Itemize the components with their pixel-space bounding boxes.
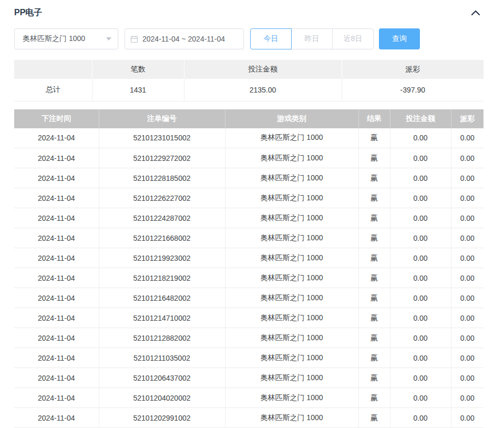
payout-cell: 0.00 bbox=[451, 188, 484, 208]
result-cell: 赢 bbox=[358, 248, 390, 268]
payout-cell: 0.00 bbox=[451, 348, 484, 368]
game-type-cell: 奥林匹斯之门 1000 bbox=[225, 168, 358, 188]
table-row: 2024-11-0452101224287002奥林匹斯之门 1000赢0.00… bbox=[14, 208, 484, 228]
quick-range-group: 今日 昨日 近8日 bbox=[250, 28, 374, 49]
summary-header-blank bbox=[14, 60, 92, 79]
game-type-cell: 奥林匹斯之门 1000 bbox=[225, 288, 358, 308]
bet-time-cell: 2024-11-04 bbox=[14, 328, 99, 348]
table-row: 2024-11-0452101202991002奥林匹斯之门 1000赢0.00… bbox=[14, 408, 484, 428]
search-button[interactable]: 查询 bbox=[379, 28, 420, 49]
bet-amount-cell: 0.00 bbox=[390, 128, 451, 148]
today-button[interactable]: 今日 bbox=[250, 28, 292, 49]
date-range-picker[interactable]: 2024-11-04 ~ 2024-11-04 bbox=[125, 28, 244, 49]
last-8-days-button[interactable]: 近8日 bbox=[332, 28, 374, 49]
filter-bar: 奥林匹斯之门 1000 2024-11-04 ~ 2024-11-04 今日 昨… bbox=[14, 28, 484, 49]
result-cell: 赢 bbox=[358, 148, 390, 168]
game-type-cell: 奥林匹斯之门 1000 bbox=[225, 308, 358, 328]
bet-time-cell: 2024-11-04 bbox=[14, 268, 99, 288]
yesterday-button[interactable]: 昨日 bbox=[291, 28, 333, 49]
payout-cell: 0.00 bbox=[451, 208, 484, 228]
table-row: 2024-11-0452101214710002奥林匹斯之门 1000赢0.00… bbox=[14, 308, 484, 328]
payout-cell: 0.00 bbox=[451, 408, 484, 428]
result-cell: 赢 bbox=[358, 168, 390, 188]
result-cell: 赢 bbox=[358, 188, 390, 208]
bet-amount-cell: 0.00 bbox=[390, 248, 451, 268]
collapse-panel-button[interactable] bbox=[470, 7, 481, 18]
game-type-cell: 奥林匹斯之门 1000 bbox=[225, 228, 358, 248]
records-header-game-type: 游戏类别 bbox=[225, 109, 358, 128]
order-id-cell: 52101219923002 bbox=[99, 248, 225, 268]
order-id-cell: 52101229272002 bbox=[99, 148, 225, 168]
order-id-cell: 52101211035002 bbox=[99, 348, 225, 368]
bet-amount-cell: 0.00 bbox=[390, 348, 451, 368]
result-cell: 赢 bbox=[358, 288, 390, 308]
records-header-bet-amount: 投注金额 bbox=[390, 109, 451, 128]
order-id-cell: 52101206437002 bbox=[99, 368, 225, 388]
chevron-up-icon bbox=[471, 9, 480, 16]
summary-header-row: 笔数 投注金额 派彩 bbox=[14, 60, 484, 79]
bet-time-cell: 2024-11-04 bbox=[14, 348, 99, 368]
bet-time-cell: 2024-11-04 bbox=[14, 208, 99, 228]
bet-time-cell: 2024-11-04 bbox=[14, 148, 99, 168]
bet-amount-cell: 0.00 bbox=[390, 408, 451, 428]
pp-electronics-panel: PP电子 奥林匹斯之门 1000 2024-11-04 ~ bbox=[0, 0, 504, 428]
payout-cell: 0.00 bbox=[451, 328, 484, 348]
bet-amount-cell: 0.00 bbox=[390, 188, 451, 208]
calendar-icon bbox=[130, 35, 142, 43]
summary-header-count: 笔数 bbox=[92, 60, 184, 79]
bet-amount-cell: 0.00 bbox=[390, 388, 451, 408]
bet-amount-cell: 0.00 bbox=[390, 308, 451, 328]
game-type-cell: 奥林匹斯之门 1000 bbox=[225, 268, 358, 288]
payout-cell: 0.00 bbox=[451, 148, 484, 168]
payout-cell: 0.00 bbox=[451, 368, 484, 388]
game-type-cell: 奥林匹斯之门 1000 bbox=[225, 348, 358, 368]
table-row: 2024-11-0452101206437002奥林匹斯之门 1000赢0.00… bbox=[14, 368, 484, 388]
result-cell: 赢 bbox=[358, 308, 390, 328]
bet-time-cell: 2024-11-04 bbox=[14, 308, 99, 328]
summary-total-payout: -397.90 bbox=[342, 79, 484, 101]
result-cell: 赢 bbox=[358, 328, 390, 348]
table-row: 2024-11-0452101231015002奥林匹斯之门 1000赢0.00… bbox=[14, 128, 484, 148]
game-type-cell: 奥林匹斯之门 1000 bbox=[225, 248, 358, 268]
result-cell: 赢 bbox=[358, 408, 390, 428]
order-id-cell: 52101221668002 bbox=[99, 228, 225, 248]
summary-table: 笔数 投注金额 派彩 总计 1431 2135.00 -397.90 bbox=[14, 60, 484, 101]
payout-cell: 0.00 bbox=[451, 248, 484, 268]
bet-time-cell: 2024-11-04 bbox=[14, 368, 99, 388]
game-type-cell: 奥林匹斯之门 1000 bbox=[225, 188, 358, 208]
date-range-value: 2024-11-04 ~ 2024-11-04 bbox=[142, 35, 225, 43]
table-row: 2024-11-0452101211035002奥林匹斯之门 1000赢0.00… bbox=[14, 348, 484, 368]
game-type-cell: 奥林匹斯之门 1000 bbox=[225, 408, 358, 428]
game-select[interactable]: 奥林匹斯之门 1000 bbox=[14, 28, 118, 49]
game-type-cell: 奥林匹斯之门 1000 bbox=[225, 328, 358, 348]
table-row: 2024-11-0452101226227002奥林匹斯之门 1000赢0.00… bbox=[14, 188, 484, 208]
panel-header: PP电子 bbox=[14, 6, 484, 19]
bet-time-cell: 2024-11-04 bbox=[14, 168, 99, 188]
bet-amount-cell: 0.00 bbox=[390, 268, 451, 288]
table-row: 2024-11-0452101229272002奥林匹斯之门 1000赢0.00… bbox=[14, 148, 484, 168]
result-cell: 赢 bbox=[358, 208, 390, 228]
bet-time-cell: 2024-11-04 bbox=[14, 228, 99, 248]
order-id-cell: 52101202991002 bbox=[99, 408, 225, 428]
payout-cell: 0.00 bbox=[451, 388, 484, 408]
order-id-cell: 52101224287002 bbox=[99, 208, 225, 228]
page-title: PP电子 bbox=[14, 7, 42, 18]
payout-cell: 0.00 bbox=[451, 288, 484, 308]
table-row: 2024-11-0452101228185002奥林匹斯之门 1000赢0.00… bbox=[14, 168, 484, 188]
payout-cell: 0.00 bbox=[451, 268, 484, 288]
records-header-payout: 派彩 bbox=[451, 109, 484, 128]
order-id-cell: 52101231015002 bbox=[99, 128, 225, 148]
order-id-cell: 52101212882002 bbox=[99, 328, 225, 348]
payout-cell: 0.00 bbox=[451, 228, 484, 248]
game-type-cell: 奥林匹斯之门 1000 bbox=[225, 208, 358, 228]
game-select-value: 奥林匹斯之门 1000 bbox=[23, 34, 106, 44]
result-cell: 赢 bbox=[358, 348, 390, 368]
bet-time-cell: 2024-11-04 bbox=[14, 128, 99, 148]
bet-records-table: 下注时间 注单编号 游戏类别 结果 投注金额 派彩 2024-11-045210… bbox=[14, 109, 484, 428]
result-cell: 赢 bbox=[358, 268, 390, 288]
order-id-cell: 52101226227002 bbox=[99, 188, 225, 208]
chevron-down-icon bbox=[106, 37, 111, 40]
summary-header-bet-amount: 投注金额 bbox=[184, 60, 342, 79]
bet-amount-cell: 0.00 bbox=[390, 228, 451, 248]
order-id-cell: 52101216482002 bbox=[99, 288, 225, 308]
